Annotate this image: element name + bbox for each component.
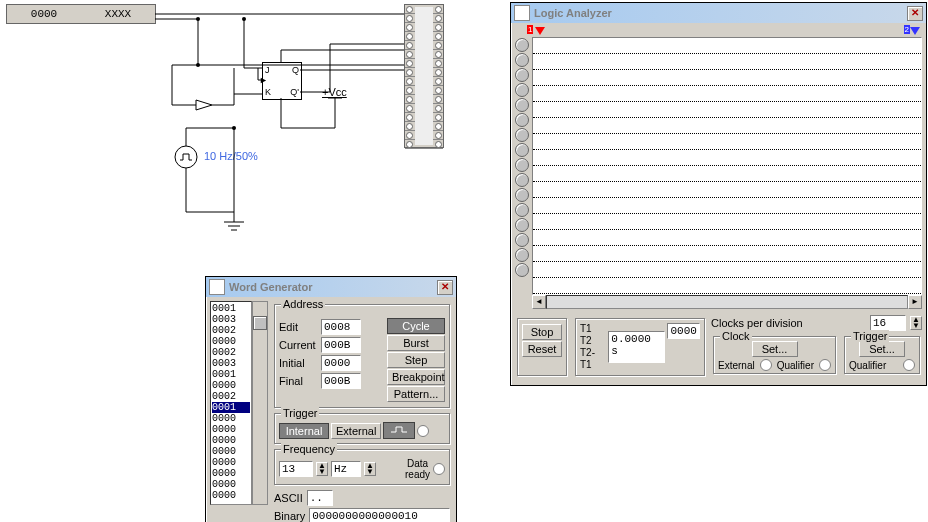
trigger-group: Trigger Internal External	[274, 413, 450, 444]
final-field[interactable]: 000B	[321, 373, 361, 389]
display-right: XXXX	[105, 8, 131, 20]
logic-analyzer-window: Logic Analyzer ✕ 1 2	[510, 2, 927, 386]
address-list-item[interactable]: 0000	[212, 424, 250, 435]
svg-point-1	[196, 63, 200, 67]
close-icon[interactable]: ✕	[907, 6, 923, 21]
address-list-item[interactable]: 0000	[212, 479, 250, 490]
address-list-item[interactable]: 0002	[212, 391, 250, 402]
frequency-field[interactable]: 13	[279, 461, 313, 477]
trigger-qualifier-radio[interactable]	[903, 359, 915, 371]
clock-label: 10 Hz/50%	[204, 150, 258, 162]
address-list-item[interactable]: 0000	[212, 435, 250, 446]
trigger-radio[interactable]	[417, 425, 429, 437]
binary-field[interactable]: 0000000000000010	[309, 508, 450, 522]
frequency-unit[interactable]: Hz	[331, 461, 361, 477]
window-icon	[514, 5, 530, 21]
internal-button[interactable]: Internal	[279, 423, 329, 439]
address-list-item[interactable]: 0002	[212, 325, 250, 336]
burst-button[interactable]: Burst	[387, 335, 445, 351]
binary-label: Binary	[274, 510, 305, 522]
ascii-label: ASCII	[274, 492, 303, 504]
cpd-spinner[interactable]: ▲▼	[910, 316, 922, 330]
address-list[interactable]: 0001000300020000000200030001000000020001…	[210, 301, 252, 505]
jk-k-pin: K	[265, 87, 271, 97]
address-scrollbar[interactable]	[252, 301, 268, 505]
freq-spinner[interactable]: ▲▼	[316, 462, 328, 476]
jk-j-pin: J	[265, 65, 270, 75]
word-generator-title: Word Generator	[229, 281, 437, 293]
t2-label: T2	[580, 335, 605, 347]
step-button[interactable]: Step	[387, 352, 445, 368]
t2t1-label: T2-T1	[580, 347, 605, 371]
time-right-field: 0000	[667, 323, 700, 339]
logic-analyzer-titlebar[interactable]: Logic Analyzer ✕	[511, 3, 926, 23]
scroll-left-button[interactable]: ◄	[532, 295, 546, 309]
marker-2-label: 2	[904, 25, 910, 34]
circuit-diagram: 0000 XXXX J ► K Q Q' +Vcc 10 Hz/50%	[0, 0, 460, 260]
ascii-field[interactable]: ..	[307, 490, 333, 506]
address-list-item[interactable]: 0003	[212, 314, 250, 325]
clock-set-button[interactable]: Set...	[752, 341, 798, 357]
edit-field[interactable]: 0008	[321, 319, 361, 335]
address-list-item[interactable]: 0000	[212, 413, 250, 424]
unit-spinner[interactable]: ▲▼	[364, 462, 376, 476]
display-bar: 0000 XXXX	[6, 4, 156, 24]
jk-clk-pin: ►	[259, 75, 268, 85]
external-button[interactable]: External	[331, 423, 381, 439]
data-ready-label: Data ready	[405, 458, 430, 480]
svg-point-4	[232, 126, 236, 130]
trigger-set-button[interactable]: Set...	[859, 341, 905, 357]
address-list-item[interactable]: 0002	[212, 347, 250, 358]
clock-qualifier-radio[interactable]	[819, 359, 831, 371]
address-list-item[interactable]: 0000	[212, 468, 250, 479]
address-list-item[interactable]: 0003	[212, 358, 250, 369]
marker-1-label: 1	[527, 25, 533, 34]
address-list-item[interactable]: 0000	[212, 446, 250, 457]
address-list-item[interactable]: 0001	[212, 402, 250, 413]
waveform-display[interactable]	[532, 37, 922, 295]
trigger-legend: Trigger	[281, 407, 319, 419]
current-field[interactable]: 000B	[321, 337, 361, 353]
marker-1[interactable]	[535, 27, 545, 35]
clock-group-legend: Clock	[720, 330, 752, 342]
address-list-item[interactable]: 0001	[212, 303, 250, 314]
clock-qualifier-label: Qualifier	[777, 360, 814, 371]
t1-label: T1	[580, 323, 605, 335]
final-label: Final	[279, 375, 321, 387]
channel-indicators	[515, 37, 529, 295]
frequency-group: Frequency 13 ▲▼ Hz ▲▼ Data ready	[274, 449, 450, 485]
jk-flip-flop: J ► K Q Q'	[262, 62, 302, 100]
window-icon	[209, 279, 225, 295]
address-group: Address Edit0008 Current000B Initial0000…	[274, 304, 450, 408]
initial-label: Initial	[279, 357, 321, 369]
word-generator-window: Word Generator ✕ 00010003000200000002000…	[205, 276, 457, 522]
logic-analyzer-title: Logic Analyzer	[534, 7, 907, 19]
word-generator-titlebar[interactable]: Word Generator ✕	[206, 277, 456, 297]
time-field: 0.0000 s	[608, 331, 665, 363]
waveform-scrollbar[interactable]	[546, 295, 908, 309]
initial-field[interactable]: 0000	[321, 355, 361, 371]
close-icon[interactable]: ✕	[437, 280, 453, 295]
clocks-per-division-field[interactable]: 16	[870, 315, 906, 331]
vcc-label: +Vcc	[322, 86, 347, 98]
address-list-item[interactable]: 0000	[212, 490, 250, 501]
edit-label: Edit	[279, 321, 321, 333]
address-list-item[interactable]: 0000	[212, 457, 250, 468]
address-legend: Address	[281, 298, 325, 310]
stop-button[interactable]: Stop	[522, 324, 562, 340]
marker-2[interactable]	[910, 27, 920, 35]
address-list-item[interactable]: 0000	[212, 380, 250, 391]
clock-external-radio[interactable]	[760, 359, 772, 371]
pattern-button[interactable]: Pattern...	[387, 386, 445, 402]
breakpoint-button[interactable]: Breakpoint	[387, 369, 445, 385]
cycle-button[interactable]: Cycle	[387, 318, 445, 334]
trigger-group-legend: Trigger	[851, 330, 889, 342]
svg-point-0	[196, 17, 200, 21]
external-label: External	[718, 360, 755, 371]
trigger-edge-button[interactable]	[383, 422, 415, 439]
address-list-item[interactable]: 0000	[212, 336, 250, 347]
reset-button[interactable]: Reset	[522, 341, 562, 357]
address-list-item[interactable]: 0001	[212, 369, 250, 380]
frequency-legend: Frequency	[281, 443, 337, 455]
scroll-right-button[interactable]: ►	[908, 295, 922, 309]
